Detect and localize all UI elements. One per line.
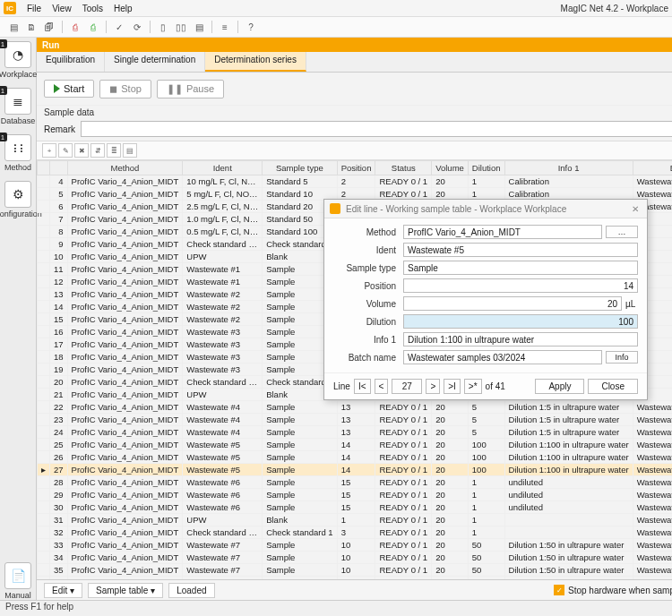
column-header[interactable] (50, 161, 68, 175)
nav-next[interactable]: > (426, 379, 440, 394)
toolbar-btn[interactable]: ≡ (217, 19, 233, 35)
nav-new[interactable]: >* (464, 379, 482, 394)
tool-icon[interactable]: ⇵ (90, 143, 105, 158)
table-row[interactable]: 33ProfIC Vario_4_Anion_MIDTWastewate #7S… (38, 539, 673, 552)
table-row[interactable]: 25ProfIC Vario_4_Anion_MIDTWastewate #5S… (38, 439, 673, 451)
cell: 1.0 mg/L F, Cl, N… (183, 213, 263, 226)
sidebar-item-configuration[interactable]: ⚙Configuration (0, 181, 36, 218)
pause-button[interactable]: ❚❚Pause (157, 80, 224, 98)
cell: 1 (468, 489, 504, 501)
table-row[interactable]: 4ProfIC Vario_4_Anion_MIDT10 mg/L F, Cl,… (38, 175, 673, 188)
table-row[interactable]: 35ProfIC Vario_4_Anion_MIDTWastewate #7S… (38, 564, 673, 577)
cell: Wastewate #2 (183, 301, 263, 313)
sidebar-item-workplace[interactable]: 1◔Workplace (0, 41, 36, 79)
cell: 3 (337, 526, 375, 539)
position-field[interactable]: 14 (403, 278, 638, 293)
nav-last[interactable]: >I (444, 379, 461, 394)
sidebar-item-manual[interactable]: 📄Manual (0, 562, 36, 600)
toolbar-btn[interactable]: 🗎 (23, 19, 39, 35)
apply-button[interactable]: Apply (535, 379, 584, 394)
tool-icon[interactable]: + (42, 143, 56, 158)
table-row[interactable]: ▸27ProfIC Vario_4_Anion_MIDTWastewate #5… (38, 464, 673, 476)
cell: Wastewate #4 (183, 414, 263, 426)
tool-icon[interactable]: ▤ (123, 143, 137, 158)
sampletype-field[interactable]: Sample (403, 261, 638, 275)
column-header[interactable]: Info 1 (504, 161, 633, 175)
cell: ProfIC Vario_4_Anion_MIDT (67, 539, 183, 552)
menu-view[interactable]: View (47, 3, 77, 14)
badge: 1 (0, 39, 7, 48)
table-row[interactable]: 28ProfIC Vario_4_Anion_MIDTWastewate #6S… (38, 476, 673, 489)
cell (38, 501, 50, 514)
column-header[interactable] (38, 161, 50, 175)
toolbar-btn[interactable]: ▯ (155, 19, 171, 35)
more-button[interactable]: … (606, 226, 638, 238)
cell (38, 401, 50, 414)
tool-icon[interactable]: ✖ (74, 143, 89, 158)
stop-button[interactable]: ◼Stop (99, 80, 151, 98)
table-row[interactable]: 26ProfIC Vario_4_Anion_MIDTWastewate #5S… (38, 451, 673, 464)
toolbar-btn[interactable]: ⟳ (129, 19, 145, 35)
batch-field[interactable]: Wastewater samples 03/2024 (403, 350, 602, 364)
cell: 14 (50, 301, 68, 313)
table-row[interactable]: 31ProfIC Vario_4_Anion_MIDTUPWBlank1READ… (38, 514, 673, 526)
ident-label: Ident (333, 245, 403, 255)
info-button[interactable]: Info (606, 351, 638, 364)
nav-prev[interactable]: < (375, 379, 389, 394)
column-header[interactable]: Batch name (633, 161, 672, 175)
toolbar-btn[interactable]: 🗐 (41, 19, 57, 35)
nav-current[interactable]: 27 (392, 379, 422, 394)
dilution-field[interactable]: 100 (403, 314, 638, 329)
tab-determination-series[interactable]: Determination series (205, 52, 306, 72)
cell: ProfIC Vario_4_Anion_MIDT (67, 451, 183, 464)
edit-menu[interactable]: Edit ▾ (44, 583, 82, 598)
info1-field[interactable]: Dilution 1:100 in ultrapure water (403, 332, 638, 346)
column-header[interactable]: Method (67, 161, 183, 175)
volume-field[interactable]: 20 (403, 296, 622, 311)
remark-input[interactable] (81, 121, 672, 137)
column-header[interactable]: Volume (432, 161, 469, 175)
column-header[interactable]: Ident (183, 161, 263, 175)
table-row[interactable]: 34ProfIC Vario_4_Anion_MIDTWastewate #7S… (38, 552, 673, 564)
table-row[interactable]: 29ProfIC Vario_4_Anion_MIDTWastewate #6S… (38, 489, 673, 501)
method-field[interactable]: ProfIC Vario_4_Anion_MIDT (403, 225, 602, 239)
column-header[interactable]: Dilution (468, 161, 504, 175)
cell: Wastewate #7 (183, 539, 263, 552)
table-row[interactable]: 23ProfIC Vario_4_Anion_MIDTWastewate #4S… (38, 414, 673, 426)
menu-help[interactable]: Help (108, 3, 138, 14)
tool-icon[interactable]: ≣ (107, 143, 121, 158)
toolbar-btn[interactable]: ▤ (5, 19, 22, 35)
table-row[interactable]: 36ProfIC Vario_4_Anion_MIDTWastewate #8S… (38, 577, 673, 580)
toolbar-btn[interactable]: ▤ (191, 19, 207, 35)
toolbar-btn[interactable]: ▯▯ (173, 19, 189, 35)
table-row[interactable]: 24ProfIC Vario_4_Anion_MIDTWastewate #4S… (38, 426, 673, 439)
column-header[interactable]: Position (337, 161, 375, 175)
toolbar-btn[interactable]: ✓ (111, 19, 127, 35)
cell: Dilution 1:5 in ultrapure water (504, 414, 633, 426)
table-row[interactable]: 30ProfIC Vario_4_Anion_MIDTWastewate #6S… (38, 501, 673, 514)
toolbar-btn[interactable]: ? (243, 19, 259, 35)
ident-field[interactable]: Wastewate #5 (403, 243, 638, 257)
stop-hardware-checkbox[interactable]: ✓Stop hardware when sample table is fini… (554, 585, 672, 595)
tool-icon[interactable]: ✎ (58, 143, 73, 158)
tab-equilibration[interactable]: Equilibration (37, 52, 105, 72)
tab-single-determination[interactable]: Single determination (105, 52, 205, 72)
nav-first[interactable]: I< (354, 379, 371, 394)
cell: Wastewater samples 03/2024 (633, 514, 672, 526)
close-icon[interactable]: ✕ (629, 204, 642, 214)
menu-file[interactable]: File (22, 3, 47, 14)
sampletable-menu[interactable]: Sample table ▾ (88, 583, 163, 598)
toolbar-btn[interactable]: ⎙ (85, 19, 101, 35)
column-header[interactable]: Sample type (263, 161, 337, 175)
menu-tools[interactable]: Tools (77, 3, 108, 14)
table-row[interactable]: 32ProfIC Vario_4_Anion_MIDTCheck standar… (38, 526, 673, 539)
cell: Wastewate #3 (183, 326, 263, 338)
start-button[interactable]: Start (44, 80, 94, 98)
sidebar-item-method[interactable]: 1⫶⫶Method (0, 134, 36, 172)
toolbar-btn[interactable]: ⎙ (67, 19, 83, 35)
close-button[interactable]: Close (588, 379, 638, 394)
cell: Wastewate #2 (183, 313, 263, 326)
column-header[interactable]: Status (375, 161, 432, 175)
table-row[interactable]: 22ProfIC Vario_4_Anion_MIDTWastewate #4S… (38, 401, 673, 414)
sidebar-item-database[interactable]: 1≣Database (0, 88, 36, 125)
